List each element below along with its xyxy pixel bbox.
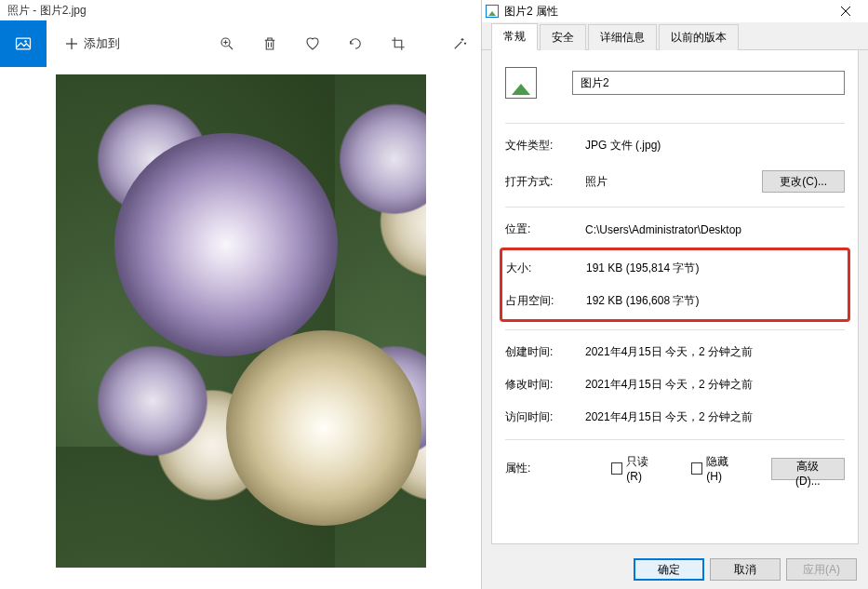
file-type-value: JPG 文件 (.jpg)	[585, 138, 845, 154]
crop-button[interactable]	[377, 20, 420, 67]
accessed-value: 2021年4月15日 今天，2 分钟之前	[585, 409, 845, 425]
created-value: 2021年4月15日 今天，2 分钟之前	[585, 344, 845, 360]
svg-line-5	[229, 46, 233, 49]
size-value: 191 KB (195,814 字节)	[586, 261, 844, 276]
attributes-row: 属性: 只读(R) 隐藏(H) 高级(D)...	[505, 446, 845, 491]
image-icon	[14, 34, 33, 53]
properties-titlebar: 图片2 属性	[482, 0, 868, 22]
photo-image	[56, 74, 426, 568]
photos-title: 照片 - 图片2.jpg	[7, 4, 87, 17]
attributes-label: 属性:	[505, 461, 583, 476]
close-button[interactable]	[827, 0, 864, 22]
photo-viewport[interactable]	[0, 67, 481, 589]
open-with-value: 照片	[585, 174, 762, 190]
modified-row: 修改时间: 2021年4月15日 今天，2 分钟之前	[505, 368, 845, 401]
accessed-label: 访问时间:	[505, 409, 585, 425]
advanced-button[interactable]: 高级(D)...	[771, 458, 845, 480]
tab-general[interactable]: 常规	[491, 23, 538, 50]
modified-label: 修改时间:	[505, 377, 585, 393]
checkbox-box-icon	[691, 462, 703, 475]
edit-button[interactable]	[438, 20, 481, 67]
photos-app-window: 照片 - 图片2.jpg 添加到	[0, 0, 482, 589]
add-to-button[interactable]: 添加到	[47, 35, 139, 52]
hidden-checkbox[interactable]: 隐藏(H)	[691, 454, 743, 483]
close-icon	[840, 6, 851, 17]
change-button[interactable]: 更改(C)...	[762, 170, 845, 193]
svg-point-1	[24, 40, 27, 43]
zoom-button[interactable]	[206, 20, 248, 67]
rotate-icon	[347, 35, 364, 52]
accessed-row: 访问时间: 2021年4月15日 今天，2 分钟之前	[505, 401, 845, 434]
file-type-label: 文件类型:	[505, 138, 585, 154]
favorite-button[interactable]	[291, 20, 334, 67]
file-type-row: 文件类型: JPG 文件 (.jpg)	[505, 129, 845, 162]
plus-icon	[65, 37, 78, 50]
trash-icon	[261, 35, 278, 52]
svg-line-10	[455, 42, 462, 49]
add-to-label: 添加到	[84, 35, 120, 52]
tab-security[interactable]: 安全	[540, 24, 586, 50]
magnifier-icon	[219, 35, 235, 52]
filename-row	[505, 67, 845, 99]
properties-title: 图片2 属性	[504, 4, 821, 20]
location-label: 位置:	[505, 221, 585, 237]
properties-dialog: 图片2 属性 常规 安全 详细信息 以前的版本 文件类型: JPG 文件 (.j…	[482, 0, 868, 589]
photos-titlebar: 照片 - 图片2.jpg	[0, 0, 481, 20]
created-label: 创建时间:	[505, 344, 585, 360]
crop-icon	[390, 35, 407, 52]
created-row: 创建时间: 2021年4月15日 今天，2 分钟之前	[505, 336, 845, 368]
hidden-label: 隐藏(H)	[706, 454, 742, 483]
filename-input[interactable]	[572, 71, 845, 95]
size-row: 大小: 191 KB (195,814 字节)	[506, 252, 844, 285]
dialog-button-row: 确定 取消 应用(A)	[482, 550, 868, 589]
tab-details[interactable]: 详细信息	[588, 24, 657, 50]
photos-home-button[interactable]	[0, 20, 47, 67]
readonly-checkbox[interactable]: 只读(R)	[611, 454, 663, 483]
tab-previous-versions[interactable]: 以前的版本	[659, 24, 739, 50]
size-highlight-box: 大小: 191 KB (195,814 字节) 占用空间: 192 KB (19…	[500, 248, 850, 322]
rotate-button[interactable]	[334, 20, 377, 67]
open-with-row: 打开方式: 照片 更改(C)...	[505, 162, 845, 201]
readonly-label: 只读(R)	[626, 454, 662, 483]
file-icon	[505, 67, 537, 99]
checkbox-box-icon	[611, 462, 623, 475]
cancel-button[interactable]: 取消	[710, 558, 781, 581]
ok-button[interactable]: 确定	[634, 558, 704, 581]
disk-size-value: 192 KB (196,608 字节)	[586, 293, 844, 309]
location-value: C:\Users\Administrator\Desktop	[585, 223, 845, 236]
wand-icon	[451, 35, 468, 52]
disk-size-label: 占用空间:	[506, 293, 586, 309]
disk-size-row: 占用空间: 192 KB (196,608 字节)	[506, 285, 844, 317]
file-type-icon	[486, 5, 499, 18]
apply-button[interactable]: 应用(A)	[786, 558, 857, 581]
modified-value: 2021年4月15日 今天，2 分钟之前	[585, 377, 845, 393]
photos-toolbar: 添加到	[0, 20, 481, 67]
size-label: 大小:	[506, 261, 586, 276]
svg-rect-0	[17, 38, 31, 49]
properties-body: 文件类型: JPG 文件 (.jpg) 打开方式: 照片 更改(C)... 位置…	[491, 50, 859, 544]
heart-icon	[304, 35, 321, 52]
delete-button[interactable]	[248, 20, 291, 67]
open-with-label: 打开方式:	[505, 174, 585, 190]
properties-tabs: 常规 安全 详细信息 以前的版本	[482, 22, 868, 50]
location-row: 位置: C:\Users\Administrator\Desktop	[505, 213, 845, 246]
